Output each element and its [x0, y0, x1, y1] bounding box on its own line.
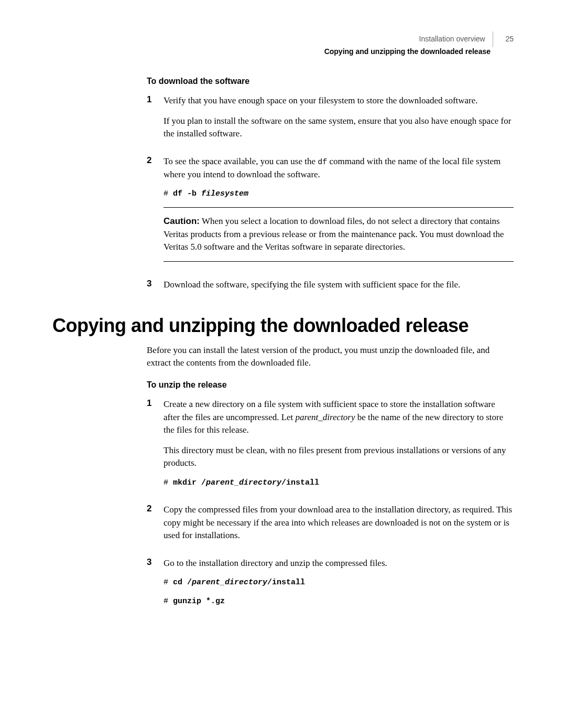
list-item: 2 To see the space available, you can us…: [147, 155, 514, 271]
paragraph: Before you can install the latest versio…: [147, 344, 514, 370]
paragraph: Create a new directory on a file system …: [164, 398, 514, 437]
step-number: 1: [147, 94, 164, 148]
header-chapter: Installation overview: [419, 35, 485, 43]
step-content: To see the space available, you can use …: [164, 155, 514, 271]
code-block: # gunzip *.gz: [164, 596, 514, 607]
list-item: 1 Create a new directory on a file syste…: [147, 398, 514, 496]
page-header: Installation overview 25 Copying and unz…: [52, 31, 514, 56]
list-item: 2 Copy the compressed files from your do…: [147, 504, 514, 550]
section-title: Copying and unzipping the downloaded rel…: [52, 315, 514, 337]
paragraph: Download the software, specifying the fi…: [164, 279, 514, 292]
step-number: 3: [147, 557, 164, 615]
paragraph: If you plan to install the software on t…: [164, 115, 514, 141]
list-item: 3 Download the software, specifying the …: [147, 279, 514, 299]
inline-code: df: [318, 158, 327, 167]
step-content: Create a new directory on a file system …: [164, 398, 514, 496]
page-number: 25: [505, 35, 514, 43]
code-block: # cd /parent_directory/install: [164, 577, 514, 588]
step-number: 1: [147, 398, 164, 496]
paragraph: Verify that you have enough space on you…: [164, 94, 514, 108]
list-item: 3 Go to the installation directory and u…: [147, 557, 514, 615]
step-number: 2: [147, 504, 164, 550]
paragraph: Copy the compressed files from your down…: [164, 504, 514, 542]
header-section: Copying and unzipping the downloaded rel…: [52, 47, 491, 56]
caution-box: Caution: When you select a location to d…: [164, 207, 514, 262]
code-block: # mkdir /parent_directory/install: [164, 477, 514, 489]
step-content: Go to the installation directory and unz…: [164, 557, 514, 615]
paragraph: This directory must be clean, with no fi…: [164, 444, 514, 470]
header-divider: [493, 31, 493, 47]
caution-label: Caution:: [164, 216, 200, 226]
paragraph: Go to the installation directory and unz…: [164, 557, 514, 570]
step-content: Copy the compressed files from your down…: [164, 504, 514, 550]
subheading-download: To download the software: [147, 77, 514, 86]
list-item: 1 Verify that you have enough space on y…: [147, 94, 514, 148]
step-number: 3: [147, 279, 164, 299]
paragraph: To see the space available, you can use …: [164, 155, 514, 181]
subheading-unzip: To unzip the release: [147, 380, 514, 390]
step-content: Verify that you have enough space on you…: [164, 94, 514, 148]
caution-text: When you select a location to download f…: [164, 216, 504, 252]
step-content: Download the software, specifying the fi…: [164, 279, 514, 299]
code-block: # df -b filesystem: [164, 188, 514, 200]
step-number: 2: [147, 155, 164, 271]
